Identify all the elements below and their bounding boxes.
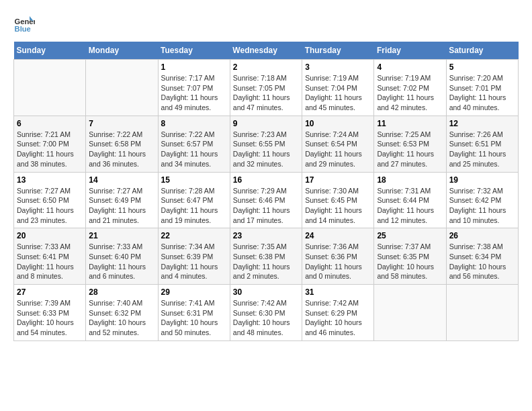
day-number: 6 xyxy=(17,119,83,128)
calendar-week-row: 20 Sunrise: 7:33 AM Sunset: 6:41 PM Dayl… xyxy=(14,228,519,285)
sunrise-text: Sunrise: 7:23 AM xyxy=(233,130,287,138)
sunrise-text: Sunrise: 7:35 AM xyxy=(233,242,287,250)
daylight-text: Daylight: 11 hours and 21 minutes. xyxy=(89,206,146,224)
daylight-text: Daylight: 11 hours and 34 minutes. xyxy=(161,150,218,168)
daylight-text: Daylight: 11 hours and 0 minutes. xyxy=(305,263,362,281)
calendar-cell: 7 Sunrise: 7:22 AM Sunset: 6:58 PM Dayli… xyxy=(86,116,158,172)
sunrise-text: Sunrise: 7:33 AM xyxy=(17,242,71,250)
day-info: Sunrise: 7:31 AM Sunset: 6:44 PM Dayligh… xyxy=(377,186,443,226)
calendar-cell: 6 Sunrise: 7:21 AM Sunset: 7:00 PM Dayli… xyxy=(14,116,86,172)
sunrise-text: Sunrise: 7:38 AM xyxy=(449,242,503,250)
sunset-text: Sunset: 6:46 PM xyxy=(233,196,285,204)
day-info: Sunrise: 7:33 AM Sunset: 6:40 PM Dayligh… xyxy=(89,242,154,281)
day-number: 1 xyxy=(161,62,227,72)
page-header: General Blue xyxy=(13,13,519,35)
day-number: 14 xyxy=(89,175,154,185)
sunrise-text: Sunrise: 7:17 AM xyxy=(161,74,215,82)
day-number: 18 xyxy=(377,175,443,185)
calendar-cell: 17 Sunrise: 7:30 AM Sunset: 6:45 PM Dayl… xyxy=(302,172,374,228)
day-info: Sunrise: 7:19 AM Sunset: 7:02 PM Dayligh… xyxy=(377,73,443,113)
calendar-cell: 30 Sunrise: 7:42 AM Sunset: 6:30 PM Dayl… xyxy=(230,285,302,341)
calendar-cell: 27 Sunrise: 7:39 AM Sunset: 6:33 PM Dayl… xyxy=(14,285,86,341)
day-info: Sunrise: 7:36 AM Sunset: 6:36 PM Dayligh… xyxy=(305,242,371,281)
calendar-cell: 28 Sunrise: 7:40 AM Sunset: 6:32 PM Dayl… xyxy=(86,285,158,341)
calendar-cell: 26 Sunrise: 7:38 AM Sunset: 6:34 PM Dayl… xyxy=(446,228,518,285)
day-info: Sunrise: 7:28 AM Sunset: 6:47 PM Dayligh… xyxy=(161,186,227,226)
calendar-cell: 29 Sunrise: 7:41 AM Sunset: 6:31 PM Dayl… xyxy=(158,285,230,341)
daylight-text: Daylight: 11 hours and 2 minutes. xyxy=(233,263,290,281)
day-number: 2 xyxy=(233,62,299,72)
day-info: Sunrise: 7:40 AM Sunset: 6:32 PM Dayligh… xyxy=(89,298,154,338)
calendar-cell: 20 Sunrise: 7:33 AM Sunset: 6:41 PM Dayl… xyxy=(14,228,86,285)
sunrise-text: Sunrise: 7:36 AM xyxy=(305,242,359,250)
day-number: 15 xyxy=(161,175,227,185)
sunset-text: Sunset: 7:04 PM xyxy=(305,84,357,92)
calendar-cell: 24 Sunrise: 7:36 AM Sunset: 6:36 PM Dayl… xyxy=(302,228,374,285)
calendar-cell: 15 Sunrise: 7:28 AM Sunset: 6:47 PM Dayl… xyxy=(158,172,230,228)
day-info: Sunrise: 7:34 AM Sunset: 6:39 PM Dayligh… xyxy=(161,242,227,281)
sunrise-text: Sunrise: 7:41 AM xyxy=(161,299,215,307)
day-info: Sunrise: 7:38 AM Sunset: 6:34 PM Dayligh… xyxy=(449,242,515,281)
sunrise-text: Sunrise: 7:29 AM xyxy=(233,187,287,195)
day-info: Sunrise: 7:20 AM Sunset: 7:01 PM Dayligh… xyxy=(449,73,515,113)
sunrise-text: Sunrise: 7:34 AM xyxy=(161,242,215,250)
sunset-text: Sunset: 6:39 PM xyxy=(161,253,214,261)
sunset-text: Sunset: 6:31 PM xyxy=(161,309,214,317)
day-info: Sunrise: 7:41 AM Sunset: 6:31 PM Dayligh… xyxy=(161,298,227,338)
sunset-text: Sunset: 6:47 PM xyxy=(161,196,214,204)
sunset-text: Sunset: 6:41 PM xyxy=(17,253,69,261)
day-of-week-header: Saturday xyxy=(446,42,518,60)
day-of-week-header: Tuesday xyxy=(158,42,230,60)
daylight-text: Daylight: 10 hours and 52 minutes. xyxy=(89,318,146,336)
day-info: Sunrise: 7:39 AM Sunset: 6:33 PM Dayligh… xyxy=(17,298,83,338)
calendar-cell xyxy=(14,60,86,116)
day-number: 5 xyxy=(449,62,515,72)
svg-text:Blue: Blue xyxy=(15,25,31,33)
day-info: Sunrise: 7:42 AM Sunset: 6:30 PM Dayligh… xyxy=(233,298,299,338)
sunrise-text: Sunrise: 7:37 AM xyxy=(377,242,431,250)
day-number: 30 xyxy=(233,287,299,297)
calendar-cell: 3 Sunrise: 7:19 AM Sunset: 7:04 PM Dayli… xyxy=(302,60,374,116)
day-info: Sunrise: 7:35 AM Sunset: 6:38 PM Dayligh… xyxy=(233,242,299,281)
day-number: 13 xyxy=(17,175,83,185)
calendar-cell: 13 Sunrise: 7:27 AM Sunset: 6:50 PM Dayl… xyxy=(14,172,86,228)
sunset-text: Sunset: 6:36 PM xyxy=(305,253,357,261)
calendar-week-row: 27 Sunrise: 7:39 AM Sunset: 6:33 PM Dayl… xyxy=(14,285,519,341)
sunrise-text: Sunrise: 7:27 AM xyxy=(89,187,142,195)
day-info: Sunrise: 7:26 AM Sunset: 6:51 PM Dayligh… xyxy=(449,130,515,169)
day-number: 3 xyxy=(305,62,371,72)
daylight-text: Daylight: 10 hours and 46 minutes. xyxy=(305,318,362,336)
calendar-cell: 16 Sunrise: 7:29 AM Sunset: 6:46 PM Dayl… xyxy=(230,172,302,228)
day-number: 12 xyxy=(449,119,515,128)
day-info: Sunrise: 7:27 AM Sunset: 6:49 PM Dayligh… xyxy=(89,186,154,226)
calendar-cell: 11 Sunrise: 7:25 AM Sunset: 6:53 PM Dayl… xyxy=(374,116,446,172)
day-number: 4 xyxy=(377,62,443,72)
daylight-text: Daylight: 11 hours and 17 minutes. xyxy=(233,206,290,224)
sunrise-text: Sunrise: 7:27 AM xyxy=(17,187,71,195)
day-number: 28 xyxy=(89,287,154,297)
sunrise-text: Sunrise: 7:18 AM xyxy=(233,74,287,82)
day-number: 21 xyxy=(89,231,154,240)
day-info: Sunrise: 7:32 AM Sunset: 6:42 PM Dayligh… xyxy=(449,186,515,226)
day-number: 9 xyxy=(233,119,299,128)
day-info: Sunrise: 7:25 AM Sunset: 6:53 PM Dayligh… xyxy=(377,130,443,169)
daylight-text: Daylight: 11 hours and 45 minutes. xyxy=(305,93,362,111)
calendar-cell: 1 Sunrise: 7:17 AM Sunset: 7:07 PM Dayli… xyxy=(158,60,230,116)
day-info: Sunrise: 7:30 AM Sunset: 6:45 PM Dayligh… xyxy=(305,186,371,226)
sunset-text: Sunset: 6:50 PM xyxy=(17,196,69,204)
sunset-text: Sunset: 6:45 PM xyxy=(305,196,357,204)
sunrise-text: Sunrise: 7:22 AM xyxy=(89,130,142,138)
calendar-cell xyxy=(374,285,446,341)
sunrise-text: Sunrise: 7:19 AM xyxy=(305,74,359,82)
daylight-text: Daylight: 11 hours and 29 minutes. xyxy=(305,150,362,168)
day-number: 20 xyxy=(17,231,83,240)
sunrise-text: Sunrise: 7:33 AM xyxy=(89,242,142,250)
daylight-text: Daylight: 10 hours and 58 minutes. xyxy=(377,263,434,281)
calendar-cell: 19 Sunrise: 7:32 AM Sunset: 6:42 PM Dayl… xyxy=(446,172,518,228)
day-number: 22 xyxy=(161,231,227,240)
sunrise-text: Sunrise: 7:24 AM xyxy=(305,130,359,138)
day-info: Sunrise: 7:37 AM Sunset: 6:35 PM Dayligh… xyxy=(377,242,443,281)
sunrise-text: Sunrise: 7:20 AM xyxy=(449,74,503,82)
sunset-text: Sunset: 7:02 PM xyxy=(377,84,429,92)
svg-text:General: General xyxy=(15,17,35,26)
